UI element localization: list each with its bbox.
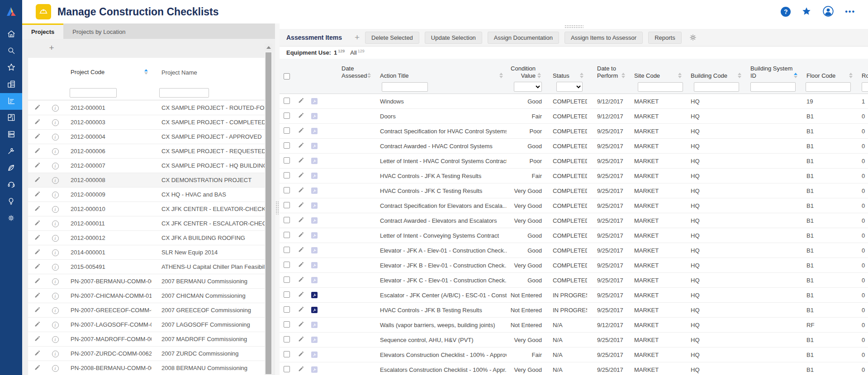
project-row[interactable]: i 2014-000001 SLR New Equip 2014: [28, 245, 265, 260]
edit-icon[interactable]: [294, 291, 308, 299]
update-selection-button[interactable]: Update Selection: [425, 32, 482, 44]
assign-documentation-button[interactable]: Assign Documentation: [488, 32, 559, 44]
info-icon[interactable]: i: [52, 278, 59, 285]
sort-date-to-perform[interactable]: [621, 73, 625, 78]
panel-splitter[interactable]: [275, 23, 280, 375]
assessment-item-row[interactable]: Elevator - JFK A - Elev-01 - Constructio…: [280, 243, 868, 258]
sort-building-code[interactable]: [738, 73, 741, 78]
project-row[interactable]: i 2012-000009 CX HQ - HVAC and BAS: [28, 188, 265, 202]
edit-icon[interactable]: [28, 249, 46, 256]
edit-icon[interactable]: [28, 234, 46, 242]
project-row[interactable]: i 2012-000004 CX SAMPLE PROJECT - APPROV…: [28, 130, 265, 144]
edit-icon[interactable]: [294, 127, 308, 135]
row-checkbox[interactable]: [284, 112, 290, 119]
assessment-doc-icon[interactable]: [311, 232, 318, 239]
sidebar-item-assessments[interactable]: [0, 93, 22, 110]
project-row[interactable]: i 2015-005491 ATHENS-U Capital Chiller P…: [28, 260, 265, 274]
assessment-item-row[interactable]: Contract Awarded - Elevators and Escalat…: [280, 213, 868, 228]
edit-icon[interactable]: [28, 321, 46, 328]
assessment-doc-icon[interactable]: [311, 307, 318, 313]
row-checkbox[interactable]: [284, 232, 290, 238]
edit-icon[interactable]: [294, 217, 308, 224]
sort-site-code[interactable]: [678, 73, 682, 78]
assessment-item-row[interactable]: Elevator - JFK B - Elev-01 - Constructio…: [280, 258, 868, 273]
sidebar-item-floorplans[interactable]: [0, 110, 22, 127]
status-filter-select[interactable]: [556, 82, 583, 92]
project-row[interactable]: i PN-2007-ZURDC-COMM-0062 2007 ZURDC Com…: [28, 347, 265, 361]
row-checkbox[interactable]: [284, 366, 290, 372]
projects-scrollbar[interactable]: [265, 43, 272, 375]
project-row[interactable]: i PN-2007-BERMANU-COMM-0005 2007 BERMANU…: [28, 274, 265, 289]
site-code-filter-input[interactable]: [638, 82, 683, 92]
info-icon[interactable]: i: [52, 148, 59, 155]
sidebar-item-favorites[interactable]: [0, 60, 22, 76]
edit-icon[interactable]: [28, 307, 46, 314]
row-checkbox[interactable]: [284, 142, 290, 149]
row-checkbox[interactable]: [284, 217, 290, 223]
action-title-filter-input[interactable]: [382, 82, 428, 92]
edit-icon[interactable]: [28, 104, 46, 112]
edit-icon[interactable]: [294, 142, 308, 150]
sort-building-system-id[interactable]: [794, 73, 797, 78]
tab-projects[interactable]: Projects: [22, 23, 63, 39]
edit-icon[interactable]: [28, 206, 46, 213]
sidebar-item-maintenance[interactable]: [0, 143, 22, 160]
splitter-grip-icon[interactable]: [275, 201, 279, 215]
row-checkbox[interactable]: [284, 247, 290, 253]
row-checkbox[interactable]: [284, 262, 290, 268]
sort-floor-code[interactable]: [849, 73, 853, 78]
project-row[interactable]: i PN-2007-CHICMAN-COMM-0138 2007 CHICMAN…: [28, 289, 265, 303]
assessment-item-row[interactable]: Escalator - JFK Center (A/B/C) - ESC-01 …: [280, 288, 868, 303]
equipment-use-all[interactable]: All129: [350, 49, 364, 56]
assessment-doc-icon[interactable]: [311, 158, 318, 164]
info-icon[interactable]: i: [52, 105, 59, 112]
sort-date-assessed[interactable]: [367, 73, 371, 78]
edit-icon[interactable]: [294, 306, 308, 314]
add-assessment-item-button[interactable]: +: [355, 33, 360, 42]
condition-value-filter-select[interactable]: [514, 82, 542, 92]
project-row[interactable]: i PN-2008-BERMANU-COMM-0005 2008 BERMANU…: [28, 361, 265, 375]
sort-condition-value[interactable]: [537, 73, 541, 78]
row-checkbox[interactable]: [284, 172, 290, 178]
assessment-doc-icon[interactable]: [311, 337, 318, 343]
info-icon[interactable]: i: [52, 351, 59, 357]
info-icon[interactable]: i: [52, 192, 59, 198]
edit-icon[interactable]: [294, 262, 308, 269]
info-icon[interactable]: i: [52, 249, 59, 256]
floor-code-filter-input[interactable]: [806, 82, 851, 92]
building-code-filter-input[interactable]: [694, 82, 739, 92]
row-checkbox[interactable]: [284, 157, 290, 164]
tab-projects-by-location[interactable]: Projects by Location: [63, 23, 134, 39]
info-icon[interactable]: i: [52, 365, 59, 372]
assessment-doc-icon[interactable]: [311, 366, 318, 373]
assessment-doc-icon[interactable]: [311, 128, 318, 134]
assessment-doc-icon[interactable]: [311, 322, 318, 328]
assessment-doc-icon[interactable]: [311, 262, 318, 268]
assessment-item-row[interactable]: Windows Good COMPLETED 9/12/2017 MARKET …: [280, 94, 868, 109]
edit-icon[interactable]: [294, 277, 308, 284]
assessment-doc-icon[interactable]: [311, 173, 318, 179]
edit-icon[interactable]: [294, 366, 308, 373]
assessment-item-row[interactable]: HVAC Controls - JFK A Testing Results Fa…: [280, 169, 868, 183]
assessment-doc-icon[interactable]: [311, 352, 318, 358]
edit-icon[interactable]: [294, 321, 308, 328]
project-row[interactable]: i 2012-000001 CX SAMPLE PROJECT - ROUTED…: [28, 101, 265, 115]
sidebar-item-assets[interactable]: [0, 127, 22, 143]
assessment-item-row[interactable]: Contract Specification for HVAC Control …: [280, 124, 868, 139]
project-code-filter-input[interactable]: [70, 88, 117, 98]
sidebar-item-settings[interactable]: [0, 210, 22, 227]
info-icon[interactable]: i: [52, 119, 59, 126]
info-icon[interactable]: i: [52, 163, 59, 169]
edit-icon[interactable]: [294, 232, 308, 239]
building-system-id-filter-input[interactable]: [750, 82, 796, 92]
grid-settings-gear-icon[interactable]: [689, 33, 697, 42]
row-checkbox[interactable]: [284, 336, 290, 342]
assessment-doc-icon[interactable]: [311, 217, 318, 224]
edit-icon[interactable]: [28, 263, 46, 271]
assessment-item-row[interactable]: HVAC Controls - JFK C Testing Results Ve…: [280, 183, 868, 198]
info-icon[interactable]: i: [52, 264, 59, 271]
sidebar-item-service-desk[interactable]: [0, 177, 22, 193]
row-checkbox[interactable]: [284, 321, 290, 328]
row-checkbox[interactable]: [284, 187, 290, 193]
row-checkbox[interactable]: [284, 291, 290, 298]
